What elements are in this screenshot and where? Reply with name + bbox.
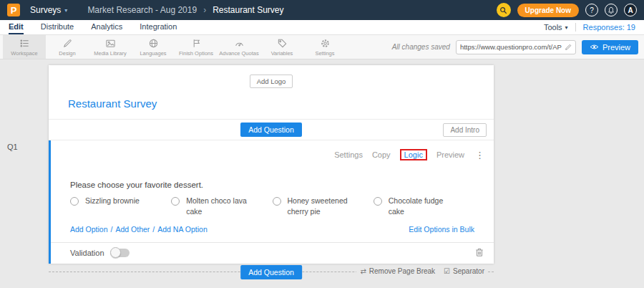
radio-icon[interactable] (374, 197, 382, 206)
option-item[interactable]: Honey sweetened cherry pie (273, 196, 374, 217)
toolbar-item-label: Media Library (94, 50, 126, 57)
question-block: Settings Copy Logic Preview ⋮ Please cho… (49, 140, 494, 264)
option-links-row: Add Option / Add Other / Add NA Option E… (51, 225, 494, 234)
toggle-knob (110, 247, 121, 258)
option-item[interactable]: Sizzling brownie (70, 196, 171, 217)
add-option-link[interactable]: Add Option (70, 225, 108, 234)
link-separator: / (111, 225, 113, 234)
toolbar-item-label: Design (59, 50, 75, 57)
avatar[interactable]: A (624, 4, 637, 16)
toolbar-item-advance-quotas[interactable]: Advance Quotas (218, 35, 260, 59)
radio-icon[interactable] (70, 197, 79, 206)
option-item[interactable]: Molten choco lava cake (171, 196, 272, 217)
add-intro-button[interactable]: Add Intro (443, 123, 487, 137)
radio-icon[interactable] (171, 197, 180, 206)
question-copy-link[interactable]: Copy (372, 150, 391, 159)
toolbar-right: All changes saved https://www.questionpr… (392, 35, 644, 59)
tab-distribute[interactable]: Distribute (41, 20, 74, 34)
questionpro-logo[interactable]: P (7, 4, 20, 16)
tools-label: Tools (544, 23, 562, 32)
help-button[interactable]: ? (585, 4, 598, 16)
add-na-option-link[interactable]: Add NA Option (157, 225, 207, 234)
survey-card: Add Logo Restaurant Survey Add Question … (49, 65, 494, 264)
radio-icon[interactable] (273, 197, 281, 206)
toolbar-item-label: Variables (271, 50, 293, 57)
question-settings-link[interactable]: Settings (334, 150, 363, 159)
product-switcher-label: Surveys (30, 5, 61, 15)
bell-icon (608, 6, 615, 14)
survey-title[interactable]: Restaurant Survey (49, 92, 494, 119)
top-bar: P Surveys ▾ Market Research - Aug 2019 ›… (0, 0, 644, 20)
add-question-button[interactable]: Add Question (240, 123, 302, 137)
remove-page-break-link[interactable]: ⇄ Remove Page Break (360, 267, 435, 275)
responses-link[interactable]: Responses: 19 (583, 23, 635, 32)
option-label: Honey sweetened cherry pie (288, 196, 358, 217)
toolbar-item-languages[interactable]: Languages (132, 35, 175, 59)
languages-icon (148, 38, 159, 49)
edit-url-pencil-icon[interactable] (565, 44, 572, 51)
toolbar-item-workspace[interactable]: Workspace (3, 35, 46, 59)
tools-menu[interactable]: Tools ▾ (544, 23, 568, 32)
separator-toggle[interactable]: ☑ Separator (444, 267, 484, 275)
preview-button[interactable]: Preview (582, 40, 638, 54)
breadcrumb-parent[interactable]: Market Research - Aug 2019 (87, 5, 197, 15)
variables-icon (277, 38, 288, 49)
question-menu-icon[interactable]: ⋮ (475, 150, 484, 160)
toolbar-item-settings[interactable]: Settings (303, 35, 346, 59)
editor-canvas: Q1 Add Logo Restaurant Survey Add Questi… (0, 59, 644, 288)
nav-right: Tools ▾ Responses: 19 (544, 20, 635, 34)
separator-label: Separator (453, 267, 484, 275)
save-status: All changes saved (392, 43, 450, 51)
workspace-icon (19, 38, 30, 49)
finish-options-icon (191, 38, 202, 49)
upgrade-now-button[interactable]: Upgrade Now (517, 4, 579, 17)
option-label: Molten choco lava cake (186, 196, 256, 217)
question-number: Q1 (7, 143, 18, 151)
remove-page-break-label: Remove Page Break (369, 267, 435, 275)
validation-toggle[interactable] (111, 249, 130, 257)
search-button[interactable] (497, 3, 511, 17)
search-icon (499, 6, 507, 14)
toolbar-item-label: Languages (140, 50, 166, 57)
survey-url-field[interactable]: https://www.questionpro.com/t/APNrFZ (456, 40, 576, 54)
edit-options-in-bulk-link[interactable]: Edit Options in Bulk (409, 225, 474, 234)
validation-label: Validation (70, 249, 104, 257)
question-text[interactable]: Please choose your favorite dessert. (51, 181, 494, 189)
tab-analytics[interactable]: Analytics (91, 20, 122, 34)
chevron-down-icon: ▾ (64, 7, 67, 14)
option-label: Chocolate fudge cake (389, 196, 459, 217)
question-logic-link[interactable]: Logic (400, 149, 427, 160)
topbar-actions: Upgrade Now ? A (497, 3, 637, 17)
toolbar-item-finish-options[interactable]: Finish Options (175, 35, 218, 59)
advance-quotas-icon (234, 38, 245, 49)
option-item[interactable]: Chocolate fudge cake (374, 196, 474, 217)
option-label: Sizzling brownie (85, 196, 140, 206)
notifications-button[interactable] (605, 4, 618, 16)
product-switcher[interactable]: Surveys ▾ (26, 3, 72, 17)
design-icon (62, 38, 73, 49)
add-logo-button[interactable]: Add Logo (250, 75, 293, 88)
validation-row: Validation (51, 243, 494, 264)
delete-question-button[interactable] (475, 248, 484, 257)
toolbar-item-media-library[interactable]: Media Library (89, 35, 132, 59)
remove-page-break-icon: ⇄ (360, 267, 366, 275)
add-question-row: Add Question Add Intro (49, 119, 494, 140)
toolbar-item-label: Workspace (11, 50, 37, 57)
divider (575, 23, 576, 32)
chevron-down-icon: ▾ (565, 24, 568, 31)
eye-icon (590, 44, 599, 50)
settings-icon (320, 38, 331, 49)
add-other-link[interactable]: Add Other (115, 225, 150, 234)
main-nav: Edit Distribute Analytics Integration To… (0, 20, 644, 35)
question-actions: Settings Copy Logic Preview ⋮ (51, 140, 494, 160)
question-preview-link[interactable]: Preview (436, 150, 464, 159)
tab-edit[interactable]: Edit (9, 20, 24, 34)
tab-integration[interactable]: Integration (140, 20, 177, 34)
toolbar-item-variables[interactable]: Variables (260, 35, 303, 59)
toolbar-item-design[interactable]: Design (46, 35, 89, 59)
breadcrumb: Market Research - Aug 2019 › Restaurant … (87, 5, 283, 15)
answer-options: Sizzling brownie Molten choco lava cake … (51, 196, 494, 217)
trash-icon (475, 248, 484, 257)
toolbar-item-label: Settings (315, 50, 334, 57)
add-question-button-bottom[interactable]: Add Question (240, 265, 302, 279)
